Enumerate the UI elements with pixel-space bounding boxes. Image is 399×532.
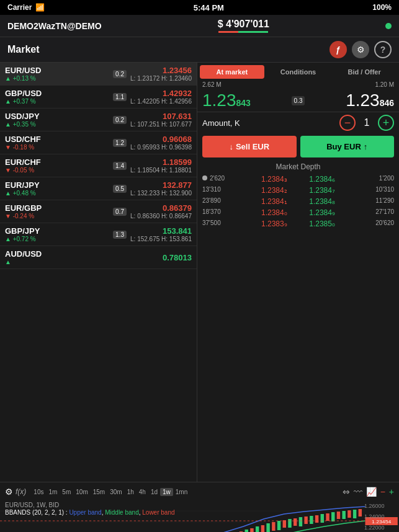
vol-right: 1.20 M: [375, 81, 394, 88]
svg-rect-63: [283, 520, 286, 528]
trade-tab-bid-/-offer[interactable]: Bid / Offer: [332, 65, 397, 79]
depth-bid-price: 1.2383₉: [250, 219, 298, 228]
currency-item[interactable]: GBP/JPY ▲ +0.72 % 1.3 153.841 L: 152.675…: [0, 223, 197, 246]
vol-left: 2.62 M: [202, 81, 222, 88]
fx-icon[interactable]: f(x): [16, 487, 26, 496]
currency-left: GBP/JPY ▲ +0.72 %: [5, 226, 109, 242]
sell-label: Sell EUR: [236, 142, 269, 151]
svg-rect-67: [304, 516, 307, 524]
carrier-label: Carrier: [7, 3, 32, 12]
depth-row: 13'310 1.2384₂ 1.2384₇ 10'310: [202, 185, 394, 196]
svg-rect-62: [277, 521, 280, 530]
svg-rect-57: [250, 528, 253, 532]
currency-hl: L: 1.42205 H: 1.42956: [130, 98, 192, 105]
increase-amount-button[interactable]: +: [378, 115, 394, 131]
currency-badge: 0.2: [113, 116, 127, 124]
bid-price-main: 1.23 843: [202, 92, 251, 109]
plus-icon[interactable]: +: [389, 487, 394, 497]
decrease-amount-button[interactable]: −: [339, 115, 356, 131]
depth-row: 37'500 1.2383₉ 1.2385₀ 20'620: [202, 218, 394, 229]
expand-icon[interactable]: ⇔: [343, 487, 350, 497]
depth-ask-price: 1.2384₇: [298, 186, 346, 195]
svg-rect-70: [321, 514, 324, 523]
timeframe-btn-15m[interactable]: 15m: [91, 488, 107, 496]
brand-icon[interactable]: ƒ: [330, 41, 347, 58]
currency-item[interactable]: EUR/CHF ▼ -0.05 % 1.4 1.18599 L: 1.18504…: [0, 154, 197, 177]
currency-right: 1.23456 L: 1.23172 H: 1.23460: [130, 66, 192, 82]
price-scale-label: 1.22000: [364, 525, 397, 531]
trend-icon[interactable]: 📈: [366, 487, 377, 497]
currency-pair: EUR/JPY: [5, 180, 109, 190]
minus-icon[interactable]: −: [380, 487, 385, 497]
depth-vol-bid: 37'500: [202, 219, 250, 228]
currency-hl: L: 152.675 H: 153.861: [130, 236, 192, 242]
market-depth: Market Depth 2'620 1.2384₃ 1.2384₆ 1'200…: [197, 160, 399, 482]
currency-item[interactable]: GBP/USD ▲ +0.37 % 1.1 1.42932 L: 1.42205…: [0, 86, 197, 109]
timeframe-btn-1mn[interactable]: 1mn: [173, 488, 190, 496]
timeframe-btn-10m[interactable]: 10m: [73, 488, 90, 496]
timeframe-btn-1d[interactable]: 1d: [148, 488, 160, 496]
currency-right: 132.877 L: 132.233 H: 132.900: [130, 180, 192, 197]
trade-tab-at-market[interactable]: At market: [200, 65, 264, 79]
currency-item[interactable]: USD/CHF ▼ -0.18 % 1.2 0.96068 L: 0.95993…: [0, 131, 197, 154]
currency-right: 1.18599 L: 1.18504 H: 1.18801: [130, 157, 192, 174]
battery-label: 100%: [372, 3, 392, 12]
currency-item[interactable]: EUR/USD ▲ +0.13 % 0.2 1.23456 L: 1.23172…: [0, 63, 197, 86]
price-scale-label: 1.24000: [364, 513, 397, 520]
timeframe-btn-1m[interactable]: 1m: [46, 488, 60, 496]
svg-rect-77: [359, 509, 362, 516]
depth-row: 23'890 1.2384₁ 1.2384₈ 11'290: [202, 196, 394, 207]
brand-logo: ƒ: [336, 45, 341, 55]
currency-badge: 1.2: [113, 139, 127, 147]
ask-price-container: 1.23 846: [346, 92, 394, 109]
depth-ask-price: 1.2384₉: [298, 208, 346, 217]
buy-button[interactable]: Buy EUR ↑: [300, 136, 395, 157]
currency-change: ▲ +0.13 %: [5, 75, 109, 82]
ask-price-whole: 1.23: [346, 92, 380, 109]
depth-title: Market Depth: [202, 162, 394, 171]
svg-rect-71: [326, 513, 329, 521]
currency-price: 0.86379: [130, 203, 192, 213]
currency-item[interactable]: AUD/USD ▲ 0.78013: [0, 246, 197, 269]
help-icon[interactable]: ?: [374, 41, 392, 58]
currency-left: EUR/GBP ▼ -0.24 %: [5, 203, 109, 219]
svg-rect-75: [347, 510, 351, 518]
svg-rect-56: [245, 530, 248, 532]
currency-pair: EUR/USD: [5, 66, 109, 75]
currency-item[interactable]: EUR/JPY ▲ +0.48 % 0.5 132.877 L: 132.233…: [0, 177, 197, 200]
timeframe-btn-1h[interactable]: 1h: [125, 488, 137, 496]
timeframe-btn-1w[interactable]: 1w: [160, 488, 173, 496]
depth-ask-price: 1.2385₀: [298, 219, 346, 228]
timeframe-btn-5m[interactable]: 5m: [60, 488, 73, 496]
chart-svg: 1.23454: [0, 500, 399, 532]
svg-rect-61: [272, 522, 275, 531]
status-left: Carrier 📶: [7, 3, 45, 12]
vol-labels-row: 2.62 M 1.20 M: [197, 81, 399, 89]
currency-right: 1.42932 L: 1.42205 H: 1.42956: [130, 89, 192, 105]
currency-change: ▲ +0.35 %: [5, 121, 109, 128]
settings-icon[interactable]: ⚙: [352, 41, 369, 58]
depth-table: 2'620 1.2384₃ 1.2384₆ 1'200 13'310 1.238…: [202, 174, 394, 229]
currency-price: 1.42932: [130, 89, 192, 98]
svg-rect-68: [310, 516, 313, 524]
settings-icon-chart[interactable]: ⚙: [5, 487, 13, 497]
account-balance: $ 4'907'011: [218, 19, 269, 30]
account-balance-container: $ 4'907'011: [218, 19, 269, 33]
depth-ask-price: 1.2384₈: [298, 197, 346, 206]
amount-label: Amount, K: [202, 118, 240, 128]
timeframe-btn-4h[interactable]: 4h: [137, 488, 148, 496]
svg-rect-59: [261, 525, 264, 532]
timeframe-btn-10s[interactable]: 10s: [31, 488, 46, 496]
currency-item[interactable]: EUR/GBP ▼ -0.24 % 0.7 0.86379 L: 0.86360…: [0, 200, 197, 223]
currency-change: ▼ -0.24 %: [5, 213, 109, 219]
gear-icon: ⚙: [357, 45, 365, 55]
currency-price: 0.78013: [163, 253, 192, 262]
currency-price: 132.877: [130, 180, 192, 190]
buy-arrow-icon: ↑: [364, 142, 368, 151]
currency-item[interactable]: USD/JPY ▲ +0.35 % 0.2 107.631 L: 107.251…: [0, 109, 197, 131]
sell-button[interactable]: ↓ Sell EUR: [202, 136, 297, 157]
trade-tab-conditions[interactable]: Conditions: [266, 65, 331, 79]
wifi-icon: 📶: [35, 3, 45, 12]
timeframe-btn-30m[interactable]: 30m: [107, 488, 124, 496]
wave-icon[interactable]: 〰: [354, 487, 362, 497]
